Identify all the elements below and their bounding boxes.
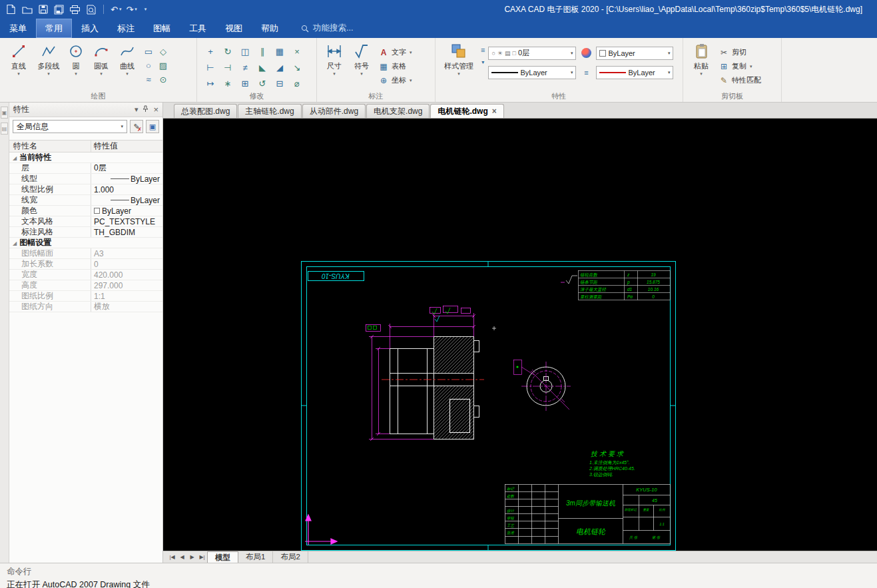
command-panel[interactable]: 命令行 正在打开 AutoCAD 2007 Drawing 文件 (0, 563, 877, 588)
prev-layout-icon[interactable]: ◀ (177, 551, 187, 563)
prop-value[interactable]: PC_TEXTSTYLE (91, 216, 162, 226)
print-preview-icon[interactable] (85, 4, 97, 15)
scale-icon[interactable]: ↘ (288, 59, 306, 75)
tab-insert[interactable]: 插入 (72, 19, 108, 38)
last-layout-icon[interactable]: ▶| (197, 551, 207, 563)
dimension-button[interactable]: 尺寸▾ (322, 42, 347, 76)
curve-icon[interactable]: ≈ (141, 73, 156, 87)
style-manager-button[interactable]: 样式管理▾ (440, 42, 477, 76)
symbol-button[interactable]: 符号▾ (349, 42, 374, 76)
function-search[interactable]: 功能搜索... (301, 23, 353, 34)
undo-icon[interactable]: ↶ (111, 4, 118, 15)
trim-icon[interactable]: ⊣ (219, 59, 236, 75)
lineweight-select[interactable]: ByLayer ▾ (596, 66, 673, 79)
stretch-icon[interactable]: ↦ (202, 75, 219, 91)
menu-button[interactable]: 菜单 (0, 19, 36, 38)
doc-tab-spindle-sprocket[interactable]: 主轴链轮.dwg (238, 104, 301, 118)
color-ball-icon[interactable] (581, 48, 591, 58)
prop-value[interactable]: 1.000 (91, 184, 162, 194)
pin-icon[interactable] (143, 105, 148, 114)
properties-more-icon[interactable]: ▾ (481, 59, 485, 65)
polyline-tool-button[interactable]: 多段线▾ (35, 42, 63, 76)
next-layout-icon[interactable]: ▶ (187, 551, 197, 563)
polygon-icon[interactable]: ◇ (156, 45, 170, 59)
offset-icon[interactable]: ∥ (254, 43, 271, 59)
line-tool-button[interactable]: 直线▾ (5, 42, 33, 76)
break-icon[interactable]: ≠ (236, 59, 254, 75)
tab-home[interactable]: 常用 (36, 19, 72, 38)
explode-icon[interactable]: ∗ (219, 75, 236, 91)
match-properties-button[interactable]: ✎特性匹配 (719, 75, 761, 85)
doc-tab-driven-parts[interactable]: 从动部件.dwg (302, 104, 366, 118)
panel-menu-icon[interactable]: ▾ (135, 105, 139, 114)
tab-tools[interactable]: 工具 (180, 19, 216, 38)
drawing-canvas[interactable]: KYUS-10 链轮齿数 z (163, 119, 877, 551)
tab-layout1[interactable]: 布局1 (238, 551, 273, 563)
rectangle-icon[interactable]: ▭ (141, 45, 156, 59)
save-icon[interactable] (37, 4, 49, 15)
doc-tab-motor-bracket[interactable]: 电机支架.dwg (366, 104, 430, 118)
doc-tab-motor-sprocket[interactable]: 电机链轮.dwg × (430, 104, 503, 118)
group-row-current[interactable]: ◢当前特性 (9, 152, 162, 163)
close-panel-icon[interactable]: × (153, 105, 158, 115)
cut-button[interactable]: ✂剪切 (719, 47, 761, 57)
prop-value[interactable]: ByLayer (91, 195, 162, 205)
arc-tool-button[interactable]: 圆弧▾ (89, 42, 113, 76)
chamfer-icon[interactable]: ◣ (254, 59, 271, 75)
spline-tool-button[interactable]: 曲线▾ (115, 42, 139, 76)
move-icon[interactable]: + (202, 43, 219, 59)
erase-icon[interactable]: × (288, 43, 306, 59)
print-icon[interactable] (69, 4, 81, 15)
tab-layout2[interactable]: 布局2 (273, 551, 308, 563)
pick-object-button[interactable]: ✎✗ (130, 120, 143, 133)
group-row-sheet[interactable]: ◢图幅设置 (9, 238, 162, 248)
rotate-icon[interactable]: ↻ (219, 43, 236, 59)
tab-sheet[interactable]: 图幅 (144, 19, 180, 38)
diameter-icon[interactable]: ⌀ (288, 75, 306, 91)
select-filter-button[interactable]: ▣ (146, 120, 159, 133)
extend-icon[interactable]: ⊢ (202, 59, 219, 75)
save-all-icon[interactable] (53, 4, 65, 15)
open-file-icon[interactable] (21, 4, 33, 15)
scope-select[interactable]: 全局信息 ▾ (13, 120, 127, 133)
linetype-select[interactable]: ByLayer ▾ (488, 66, 576, 79)
redo-icon[interactable]: ↷ (126, 4, 133, 15)
mirror-icon[interactable]: ◫ (236, 43, 254, 59)
circle-tool-button[interactable]: 圆▾ (65, 42, 87, 76)
tab-model[interactable]: 模型 (207, 551, 238, 563)
rotate-ccw-icon[interactable]: ↺ (254, 75, 271, 91)
layer-list-icon[interactable]: ≡ (481, 46, 485, 54)
paste-button[interactable]: 粘贴▾ (688, 42, 715, 76)
hatch-icon[interactable]: ▨ (156, 59, 170, 73)
layer-select[interactable]: ○ ☀ ▤ □ 0层 ▾ (488, 47, 576, 60)
copy-button[interactable]: ⊞复制▾ (719, 61, 761, 71)
lineweight-list-icon[interactable]: ≡ (584, 69, 588, 77)
tab-annotate[interactable]: 标注 (108, 19, 144, 38)
doc-tab-assembly[interactable]: 总装配图.dwg (174, 104, 237, 118)
tab-view[interactable]: 视图 (216, 19, 252, 38)
mirror-v-icon[interactable]: ⊟ (271, 75, 288, 91)
table-tool-button[interactable]: ▦表格 (379, 61, 412, 71)
copy-icon[interactable]: ⊞ (236, 75, 254, 91)
collapse-icon: ◢ (13, 155, 17, 161)
tab-help[interactable]: 帮助 (252, 19, 288, 38)
prop-value[interactable]: ByLayer (91, 174, 162, 184)
redo-dropdown-icon[interactable]: ▾ (135, 7, 137, 12)
undo-dropdown-icon[interactable]: ▾ (119, 7, 122, 12)
side-tab-properties-icon[interactable]: ▣ (1, 107, 8, 119)
fillet-icon[interactable]: ◢ (271, 59, 288, 75)
color-select[interactable]: ByLayer ▾ (596, 47, 673, 60)
prop-value[interactable]: TH_GBDIM (91, 227, 162, 237)
close-tab-icon[interactable]: × (492, 105, 497, 118)
coordinate-tool-button[interactable]: ⊕坐标▾ (379, 75, 412, 85)
prop-value[interactable]: 0层 (91, 163, 162, 173)
svg-text:审核: 审核 (507, 516, 515, 520)
ellipse-icon[interactable]: ○ (141, 59, 156, 73)
new-file-icon[interactable] (5, 4, 17, 15)
first-layout-icon[interactable]: |◀ (167, 551, 177, 563)
point-icon[interactable]: ⊙ (156, 73, 170, 87)
text-tool-button[interactable]: A文字▾ (379, 47, 412, 57)
side-tab-library-icon[interactable]: ▤ (1, 123, 8, 135)
array-icon[interactable]: ▦ (271, 43, 288, 59)
prop-value[interactable]: ByLayer (91, 206, 162, 216)
